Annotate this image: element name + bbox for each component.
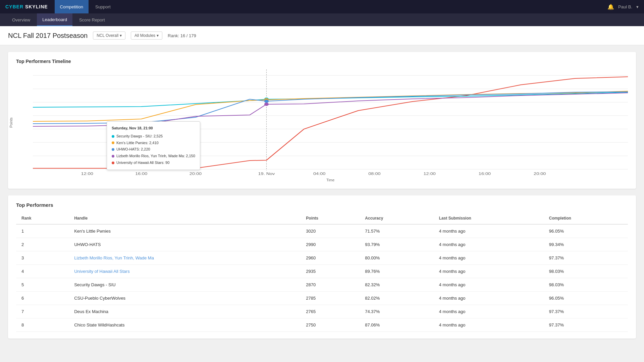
cell-handle: UHWO-HATS: [69, 238, 301, 251]
ncl-overall-dropdown[interactable]: NCL Overall ▾: [93, 32, 125, 40]
cell-completion: 97.37%: [544, 318, 628, 332]
col-handle: Handle: [69, 213, 301, 224]
main-content: Top Performers Timeline Points 3500 3000: [0, 45, 644, 352]
svg-text:20:00: 20:00: [190, 172, 202, 176]
sub-tab-score-report[interactable]: Score Report: [74, 13, 110, 26]
cell-completion: 97.37%: [544, 305, 628, 318]
col-completion: Completion: [544, 213, 628, 224]
chart-title: Top Performers Timeline: [16, 59, 628, 64]
cell-last-submission: 4 months ago: [434, 292, 544, 305]
cell-handle[interactable]: University of Hawaii All Stars: [69, 265, 301, 278]
svg-text:16:00: 16:00: [479, 172, 491, 176]
tooltip-dot-4: [112, 155, 114, 158]
user-name: Paul B.: [618, 4, 632, 9]
table-row: 2UHWO-HATS299093.79%4 months ago99.34%: [16, 238, 628, 251]
sub-tab-overview[interactable]: Overview: [7, 13, 36, 26]
cell-points: 2750: [301, 318, 360, 332]
table-body: 1Ken's Little Pwnies302071.57%4 months a…: [16, 224, 628, 332]
cell-handle: Deus Ex Machina: [69, 305, 301, 318]
cell-accuracy: 87.06%: [360, 318, 433, 332]
col-rank: Rank: [16, 213, 69, 224]
brand-logo: CYBER SKYLINE: [5, 4, 48, 9]
cell-completion: 99.34%: [544, 238, 628, 251]
tooltip-title: Saturday, Nov 18, 21:00: [112, 125, 195, 132]
svg-text:12:00: 12:00: [81, 172, 93, 176]
cell-points: 3020: [301, 224, 360, 238]
tooltip-dot-1: [112, 135, 114, 138]
table-card: Top Performers Rank Handle Points Accura…: [8, 195, 636, 339]
cell-completion: 96.05%: [544, 292, 628, 305]
brand-part1: CYBER: [5, 4, 23, 9]
tooltip-text-5: University of Hawaii All Stars: 90: [116, 160, 169, 166]
user-dropdown-arrow[interactable]: ▾: [636, 4, 639, 9]
cell-points: 2765: [301, 305, 360, 318]
cell-last-submission: 4 months ago: [434, 305, 544, 318]
cell-points: 2990: [301, 238, 360, 251]
svg-text:12:00: 12:00: [424, 172, 436, 176]
cell-rank: 5: [16, 278, 69, 292]
cell-rank: 7: [16, 305, 69, 318]
all-modules-dropdown[interactable]: All Modules ▾: [131, 32, 162, 40]
cell-points: 2870: [301, 278, 360, 292]
cell-points: 2785: [301, 292, 360, 305]
page-title: NCL Fall 2017 Postseason: [8, 32, 88, 40]
tooltip-dot-5: [112, 162, 114, 164]
table-row: 6CSU-Pueblo CyberWolves278582.02%4 month…: [16, 292, 628, 305]
sub-nav: Overview Leaderboard Score Report: [0, 13, 644, 26]
svg-text:04:00: 04:00: [313, 172, 325, 176]
cell-accuracy: 82.02%: [360, 292, 433, 305]
cell-handle[interactable]: Lizbeth Morillo Rios, Yun Trinh, Wade Ma: [69, 251, 301, 265]
tooltip-row-5: University of Hawaii All Stars: 90: [112, 160, 195, 166]
cell-accuracy: 93.79%: [360, 238, 433, 251]
tooltip-dot-2: [112, 141, 114, 144]
svg-point-20: [264, 103, 269, 106]
tooltip-text-1: Security Dawgs - SIU: 2,525: [116, 133, 163, 140]
chart-card: Top Performers Timeline Points 3500 3000: [8, 52, 636, 189]
table-row: 8Chico State WildHashcats275087.06%4 mon…: [16, 318, 628, 332]
cell-completion: 98.03%: [544, 278, 628, 292]
cell-accuracy: 74.37%: [360, 305, 433, 318]
cell-handle: CSU-Pueblo CyberWolves: [69, 292, 301, 305]
cell-accuracy: 89.76%: [360, 265, 433, 278]
cell-rank: 1: [16, 224, 69, 238]
cell-completion: 96.05%: [544, 224, 628, 238]
bell-icon[interactable]: 🔔: [607, 4, 614, 10]
cell-last-submission: 4 months ago: [434, 318, 544, 332]
cell-last-submission: 4 months ago: [434, 251, 544, 265]
cell-handle: Security Dawgs - SIU: [69, 278, 301, 292]
tooltip-dot-3: [112, 148, 114, 151]
col-points: Points: [301, 213, 360, 224]
cell-last-submission: 4 months ago: [434, 278, 544, 292]
tooltip-row-1: Security Dawgs - SIU: 2,525: [112, 133, 195, 140]
nav-tab-support[interactable]: Support: [90, 0, 116, 13]
cell-last-submission: 4 months ago: [434, 265, 544, 278]
cell-rank: 8: [16, 318, 69, 332]
cell-points: 2960: [301, 251, 360, 265]
chart-area: 3500 3000 2500 2000 1500 1000 500 0: [33, 69, 628, 177]
cell-points: 2935: [301, 265, 360, 278]
brand-part2: SKYLINE: [23, 4, 48, 9]
top-nav-tabs: Competition Support: [55, 0, 607, 13]
cell-rank: 3: [16, 251, 69, 265]
table-row: 7Deus Ex Machina276574.37%4 months ago97…: [16, 305, 628, 318]
cell-last-submission: 4 months ago: [434, 238, 544, 251]
chart-tooltip: Saturday, Nov 18, 21:00 Security Dawgs -…: [107, 121, 200, 170]
table-row: 3Lizbeth Morillo Rios, Yun Trinh, Wade M…: [16, 251, 628, 265]
cell-rank: 2: [16, 238, 69, 251]
table-row: 4University of Hawaii All Stars293589.76…: [16, 265, 628, 278]
nav-tab-competition[interactable]: Competition: [55, 0, 89, 13]
top-nav: CYBER SKYLINE Competition Support 🔔 Paul…: [0, 0, 644, 13]
svg-text:19. Nov: 19. Nov: [258, 172, 275, 176]
svg-point-19: [264, 100, 269, 103]
svg-text:08:00: 08:00: [368, 172, 380, 176]
svg-text:20:00: 20:00: [534, 172, 546, 176]
tooltip-text-3: UHWO-HATS: 2,220: [116, 146, 150, 153]
col-accuracy: Accuracy: [360, 213, 433, 224]
cell-completion: 98.03%: [544, 265, 628, 278]
cell-last-submission: 4 months ago: [434, 224, 544, 238]
tooltip-row-4: Lizbeth Morillo Rios, Yun Trinh, Wade Ma…: [112, 153, 195, 160]
cell-handle: Chico State WildHashcats: [69, 318, 301, 332]
sub-tab-leaderboard[interactable]: Leaderboard: [37, 13, 72, 26]
top-nav-right: 🔔 Paul B. ▾: [607, 4, 639, 10]
tooltip-text-2: Ken's Little Pwnies: 2,410: [116, 140, 159, 146]
